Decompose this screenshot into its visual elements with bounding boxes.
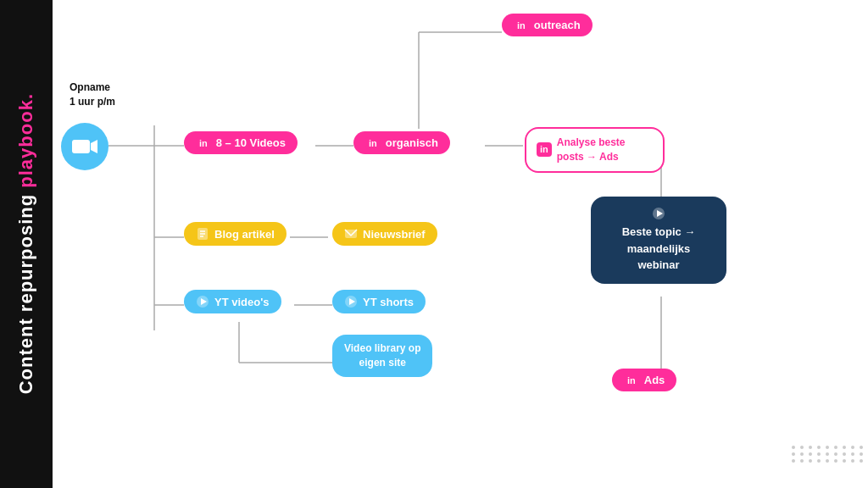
yt-shorts-label: YT shorts <box>363 296 414 308</box>
ads-label: Ads <box>644 374 665 386</box>
dot <box>851 452 854 456</box>
dot <box>792 446 795 449</box>
dot <box>834 446 837 449</box>
main-content: Opname 1 uur p/m in outreach in 8 – 10 V… <box>53 0 868 488</box>
dot <box>800 459 804 463</box>
li-videos-label: 8 – 10 Videos <box>216 136 286 149</box>
outreach-label: outreach <box>534 19 581 31</box>
dot <box>809 446 812 449</box>
dot <box>826 446 829 449</box>
sidebar-text: Content repurposing playbook. <box>15 93 37 394</box>
dot <box>860 452 863 456</box>
dot <box>792 459 795 463</box>
outreach-pill: in outreach <box>502 14 593 36</box>
dot <box>800 452 804 456</box>
dot <box>826 459 829 463</box>
svg-rect-16 <box>72 140 90 153</box>
dot <box>851 459 854 463</box>
dot <box>843 446 846 449</box>
organisch-label: organisch <box>386 136 438 149</box>
email-icon <box>344 227 358 241</box>
dot <box>826 452 829 456</box>
linkedin-badge-outreach: in <box>514 19 529 31</box>
camera-icon-circle <box>61 123 108 170</box>
analyse-label: Analyse besteposts → Ads <box>557 136 626 164</box>
ads-pill: in Ads <box>612 369 676 391</box>
nieuwsbrief-pill: Nieuwsbrief <box>332 222 437 246</box>
dot <box>817 459 821 463</box>
play-icon-shorts <box>344 295 358 308</box>
linkedin-badge-ads: in <box>624 374 639 386</box>
linkedin-badge-analyse: in <box>537 142 552 157</box>
blog-label: Blog artikel <box>214 228 275 241</box>
dot <box>834 459 837 463</box>
dot <box>834 452 837 456</box>
dot <box>817 446 821 449</box>
dot <box>860 459 863 463</box>
dot <box>809 452 812 456</box>
dot <box>843 459 846 463</box>
play-icon-dark <box>652 207 665 220</box>
yt-shorts-pill: YT shorts <box>332 290 426 313</box>
dot <box>792 452 795 456</box>
sidebar: Content repurposing playbook. <box>0 0 53 488</box>
opname-label: Opname 1 uur p/m <box>70 80 115 109</box>
blog-pill: Blog artikel <box>184 222 287 246</box>
dot-grid <box>792 446 860 463</box>
dot <box>860 446 863 449</box>
video-library-pill: Video library opeigen site <box>332 335 432 377</box>
organisch-pill: in organisch <box>353 131 450 154</box>
dot <box>843 452 846 456</box>
li-videos-pill: in 8 – 10 Videos <box>184 131 298 154</box>
document-icon <box>196 227 209 241</box>
yt-videos-label: YT video's <box>214 296 270 308</box>
play-icon-yt <box>196 295 209 308</box>
sidebar-highlight: playbook. <box>15 93 36 188</box>
dot-pattern <box>792 446 860 480</box>
linkedin-badge-videos: in <box>196 137 211 149</box>
beste-topic-label: Beste topic →maandelijkswebinar <box>622 225 696 271</box>
camera-icon <box>72 137 97 156</box>
beste-topic-card: Beste topic →maandelijkswebinar <box>591 197 726 284</box>
dot <box>851 446 854 449</box>
dot <box>817 452 821 456</box>
dot <box>809 459 812 463</box>
dot <box>800 446 804 449</box>
video-library-label: Video library opeigen site <box>344 341 420 370</box>
linkedin-badge-organisch: in <box>365 137 381 149</box>
svg-marker-17 <box>91 140 97 153</box>
nieuwsbrief-label: Nieuwsbrief <box>363 228 426 241</box>
analyse-pill: in Analyse besteposts → Ads <box>525 127 665 173</box>
connectors <box>53 0 868 488</box>
yt-videos-pill: YT video's <box>184 290 281 313</box>
